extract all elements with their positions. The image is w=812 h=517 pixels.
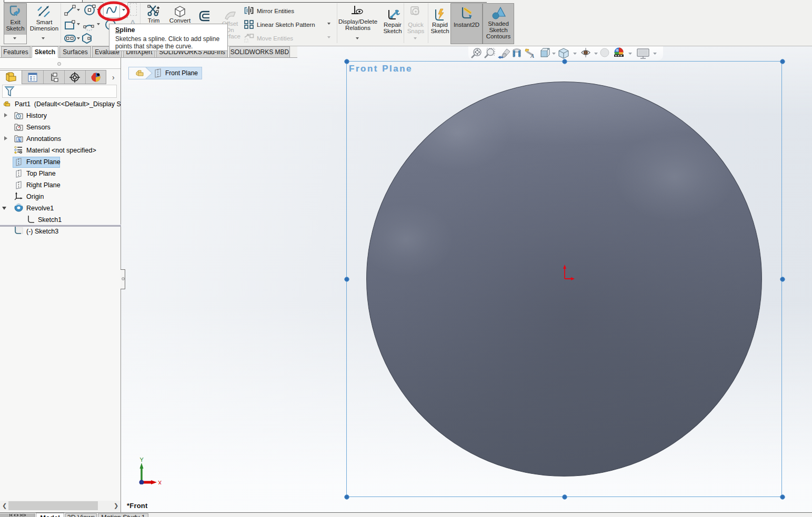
svg-text:A: A [17, 138, 21, 143]
svg-text:X: X [158, 480, 162, 484]
svg-text:A: A [530, 53, 534, 59]
svg-text:Y: Y [140, 457, 144, 463]
